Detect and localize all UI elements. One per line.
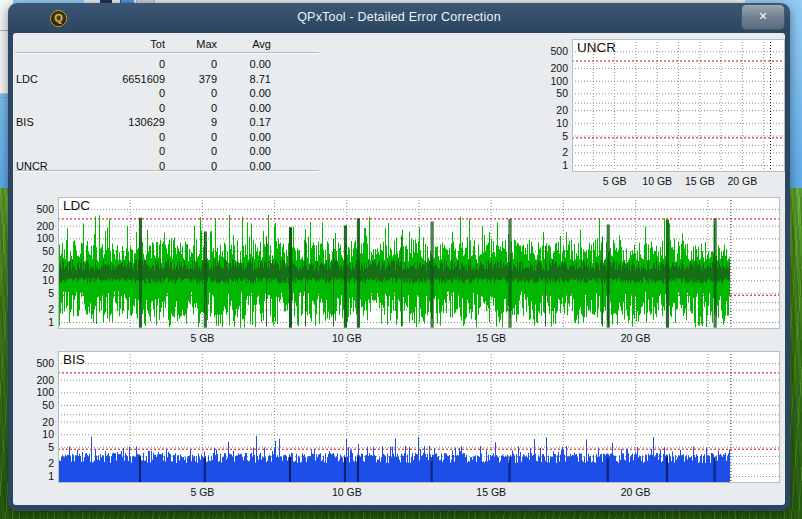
ldc-chart: 5002001005020105215 GB10 GB15 GB20 GBLDC bbox=[30, 195, 785, 347]
svg-text:50: 50 bbox=[556, 87, 568, 99]
svg-text:5: 5 bbox=[48, 441, 54, 453]
table-cell: 130629 bbox=[64, 116, 165, 128]
svg-text:100: 100 bbox=[36, 386, 54, 398]
error-summary-table: Tot Max Avg 000.00LDC66516093798.71000.0… bbox=[16, 37, 332, 173]
table-cell: 0.00 bbox=[217, 131, 271, 143]
table-cell: 0 bbox=[165, 58, 217, 70]
svg-text:100: 100 bbox=[550, 75, 568, 87]
svg-text:10 GB: 10 GB bbox=[642, 175, 672, 187]
table-row: LDC66516093798.71 bbox=[16, 72, 332, 87]
table-cell: 9 bbox=[165, 116, 217, 128]
svg-text:500: 500 bbox=[36, 357, 54, 369]
table-row: 000.00 bbox=[16, 144, 332, 159]
table-row: 000.00 bbox=[16, 57, 332, 72]
table-cell: 8.71 bbox=[217, 73, 271, 85]
table-row: 000.00 bbox=[16, 86, 332, 101]
table-cell: 0 bbox=[165, 145, 217, 157]
table-cell: 0 bbox=[165, 131, 217, 143]
svg-text:50: 50 bbox=[42, 399, 54, 411]
table-row: 000.00 bbox=[16, 130, 332, 145]
svg-text:50: 50 bbox=[42, 245, 54, 257]
svg-text:15 GB: 15 GB bbox=[685, 175, 715, 187]
table-cell: 0 bbox=[64, 102, 165, 114]
table-cell: 0 bbox=[64, 58, 165, 70]
table-cell: 0.00 bbox=[217, 145, 271, 157]
svg-text:BIS: BIS bbox=[63, 352, 85, 367]
svg-text:20: 20 bbox=[42, 416, 54, 428]
table-header-tot: Tot bbox=[64, 38, 165, 50]
svg-text:5: 5 bbox=[562, 130, 568, 142]
svg-text:20 GB: 20 GB bbox=[621, 332, 651, 344]
svg-text:10 GB: 10 GB bbox=[332, 486, 362, 498]
table-header-row: Tot Max Avg bbox=[16, 37, 332, 51]
svg-text:20 GB: 20 GB bbox=[728, 175, 758, 187]
table-cell: 0 bbox=[165, 102, 217, 114]
svg-text:2: 2 bbox=[48, 457, 54, 469]
svg-text:5: 5 bbox=[48, 287, 54, 299]
svg-text:1: 1 bbox=[562, 159, 568, 171]
qpxtool-window: Q QPxTool - Detailed Error Correction × … bbox=[8, 3, 790, 511]
svg-text:LDC: LDC bbox=[63, 198, 90, 213]
svg-text:200: 200 bbox=[550, 62, 568, 74]
table-cell: LDC bbox=[16, 73, 64, 85]
svg-text:10: 10 bbox=[42, 274, 54, 286]
table-cell: 6651609 bbox=[64, 73, 165, 85]
table-cell: 0.00 bbox=[217, 102, 271, 114]
table-cell: 0 bbox=[64, 131, 165, 143]
table-cell: BIS bbox=[16, 116, 64, 128]
table-cell: 0 bbox=[165, 87, 217, 99]
svg-text:20: 20 bbox=[556, 104, 568, 116]
svg-text:10: 10 bbox=[42, 428, 54, 440]
svg-text:5 GB: 5 GB bbox=[603, 175, 627, 187]
svg-text:10: 10 bbox=[556, 117, 568, 129]
table-cell: 0.00 bbox=[217, 87, 271, 99]
error-table-body: 000.00LDC66516093798.71000.00000.00BIS13… bbox=[16, 57, 332, 173]
uncr-chart: 5002001005020105215 GB10 GB15 GB20 GBUNC… bbox=[539, 37, 785, 193]
svg-text:100: 100 bbox=[36, 232, 54, 244]
table-cell: 379 bbox=[165, 73, 217, 85]
svg-text:UNCR: UNCR bbox=[577, 40, 616, 55]
svg-text:1: 1 bbox=[48, 316, 54, 328]
table-cell: 0 bbox=[64, 145, 165, 157]
table-header-max: Max bbox=[165, 38, 217, 50]
table-row: 000.00 bbox=[16, 101, 332, 116]
svg-text:15 GB: 15 GB bbox=[476, 486, 506, 498]
table-cell: 0.00 bbox=[217, 58, 271, 70]
svg-text:2: 2 bbox=[562, 146, 568, 158]
svg-text:20 GB: 20 GB bbox=[621, 486, 651, 498]
svg-text:200: 200 bbox=[36, 220, 54, 232]
svg-text:500: 500 bbox=[550, 45, 568, 57]
table-cell: 0 bbox=[64, 87, 165, 99]
table-row: BIS13062990.17 bbox=[16, 115, 332, 130]
svg-text:500: 500 bbox=[36, 203, 54, 215]
titlebar[interactable]: Q QPxTool - Detailed Error Correction × bbox=[8, 3, 790, 33]
table-header-avg: Avg bbox=[217, 38, 271, 50]
svg-text:5 GB: 5 GB bbox=[190, 332, 214, 344]
svg-text:5 GB: 5 GB bbox=[190, 486, 214, 498]
svg-text:1: 1 bbox=[48, 470, 54, 482]
svg-text:2: 2 bbox=[48, 303, 54, 315]
svg-text:10 GB: 10 GB bbox=[332, 332, 362, 344]
window-content: Tot Max Avg 000.00LDC66516093798.71000.0… bbox=[13, 33, 785, 505]
svg-text:15 GB: 15 GB bbox=[476, 332, 506, 344]
table-cell: 0.17 bbox=[217, 116, 271, 128]
table-header-separator bbox=[15, 52, 319, 53]
svg-text:20: 20 bbox=[42, 262, 54, 274]
svg-text:200: 200 bbox=[36, 374, 54, 386]
bis-chart: 5002001005020105215 GB10 GB15 GB20 GBBIS bbox=[30, 349, 785, 501]
close-button[interactable]: × bbox=[741, 4, 785, 30]
window-title: QPxTool - Detailed Error Correction bbox=[8, 3, 790, 33]
table-bottom-separator bbox=[15, 170, 319, 171]
